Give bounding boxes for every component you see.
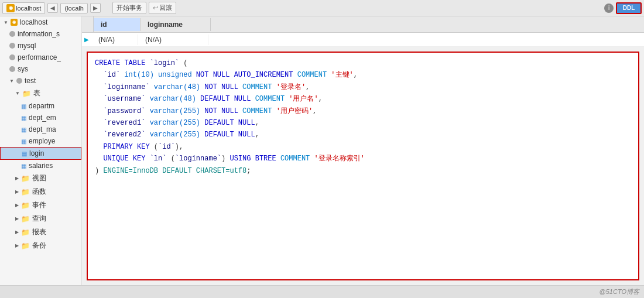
table-label: departm <box>29 102 54 110</box>
expand-icon: ▶ <box>15 216 19 221</box>
sql-line-8: PRIMARY KEY (`id`), <box>95 141 631 153</box>
folder-label: 函数 <box>32 187 46 197</box>
sidebar-item-reports-folder[interactable]: ▶ 📁 报表 <box>0 225 81 239</box>
nav-left-btn[interactable]: ◀ <box>47 3 58 13</box>
table-label: dept_ma <box>29 125 56 133</box>
db-label: information_s <box>18 30 60 38</box>
db-label: sys <box>18 65 28 73</box>
sidebar-item-mysql[interactable]: mysql <box>0 40 81 52</box>
begin-transaction-btn[interactable]: 开始事务 <box>112 2 146 14</box>
bottom-bar: @51CTO博客 <box>0 285 644 298</box>
table-label: login <box>29 149 44 157</box>
expand-icon: ▶ <box>15 203 19 208</box>
expand-icon: ▶ <box>15 176 19 181</box>
main-content: ▼ ◉ localhost information_s mysql perfor… <box>0 16 644 285</box>
folder-icon: 📁 <box>21 215 30 223</box>
db-icon <box>9 43 15 49</box>
row-indicator: ▶ <box>82 36 91 43</box>
db-icon <box>9 66 15 72</box>
folder-label: 表 <box>33 88 40 98</box>
sql-line-10: ) ENGINE=InnoDB DEFAULT CHARSET=utf8; <box>95 165 631 177</box>
folder-label: 事件 <box>32 200 46 210</box>
cell-loginname[interactable]: (N/A) <box>138 35 208 45</box>
sidebar-item-employe[interactable]: ▦ employe <box>0 135 81 147</box>
ddl-indicator: DDL <box>616 2 642 14</box>
sql-line-1: CREATE TABLE `login` ( <box>95 57 631 69</box>
sidebar-item-localhost[interactable]: ▼ ◉ localhost <box>0 16 81 28</box>
nav-right-btn[interactable]: ▶ <box>90 3 101 13</box>
sidebar-item-test[interactable]: ▼ test <box>0 75 81 87</box>
folder-icon: 📁 <box>21 174 30 183</box>
expand-icon: ▶ <box>15 189 19 194</box>
folder-label: 备份 <box>32 241 46 251</box>
sql-line-2: `id` int(10) unsigned NOT NULL AUTO_INCR… <box>95 69 631 81</box>
table-label: salaries <box>29 162 53 170</box>
db-icon <box>9 31 15 37</box>
folder-icon: 📁 <box>21 242 30 250</box>
info-icon[interactable]: i <box>604 4 614 13</box>
db-label: mysql <box>18 42 36 50</box>
expand-icon: ▼ <box>4 20 8 25</box>
table-label: dept_em <box>29 114 56 122</box>
col-header-loginname: loginname <box>141 18 211 31</box>
folder-label: 报表 <box>32 227 46 237</box>
table-row: ▶ (N/A) (N/A) <box>82 33 644 47</box>
sql-line-5: `password` varchar(255) NOT NULL COMMENT… <box>95 105 631 117</box>
sidebar-item-functions-folder[interactable]: ▶ 📁 函数 <box>0 185 81 198</box>
expand-icon: ▶ <box>15 243 19 248</box>
column-headers: id loginname <box>82 16 644 33</box>
sidebar-item-events-folder[interactable]: ▶ 📁 事件 <box>0 198 81 212</box>
folder-icon: 📁 <box>21 201 30 210</box>
tab-label: (localh <box>64 5 83 12</box>
table-icon: ▦ <box>21 163 26 169</box>
folder-label: 查询 <box>32 214 46 224</box>
table-icon: ▦ <box>21 138 26 145</box>
table-icon: ▦ <box>21 115 26 121</box>
table-icon: ▦ <box>22 150 27 157</box>
db-icon <box>9 54 15 60</box>
folder-icon: 📁 <box>21 228 30 237</box>
sidebar-item-sys[interactable]: sys <box>0 63 81 75</box>
top-bar: ◉ localhost ◀ (localh ▶ 开始事务 ↩ 回滚 i DDL <box>0 0 644 16</box>
sidebar-item-dept-ma[interactable]: ▦ dept_ma <box>0 124 81 135</box>
folder-icon: 📁 <box>21 188 30 196</box>
sql-code-area[interactable]: CREATE TABLE `login` ( `id` int(10) unsi… <box>87 52 639 280</box>
table-icon: ▦ <box>21 103 26 109</box>
sql-line-4: `username` varchar(48) DEFAULT NULL COMM… <box>95 93 631 105</box>
connection-tab[interactable]: (localh <box>60 3 87 13</box>
col-header-id: id <box>94 18 141 31</box>
sidebar-item-views-folder[interactable]: ▶ 📁 视图 <box>0 172 81 185</box>
localhost-icon: ◉ <box>6 4 15 12</box>
expand-icon: ▼ <box>9 78 14 84</box>
sidebar-item-salaries[interactable]: ▦ salaries <box>0 160 81 172</box>
folder-icon: 📁 <box>22 90 31 98</box>
sidebar-item-tables-folder[interactable]: ▼ 📁 表 <box>0 87 81 100</box>
sql-line-6: `revered1` varchar(255) DEFAULT NULL, <box>95 117 631 129</box>
sidebar-item-performance[interactable]: performance_ <box>0 52 81 63</box>
host-label: localhost <box>20 18 47 26</box>
db-label: test <box>25 77 36 85</box>
sidebar-item-login[interactable]: ▦ login <box>0 147 81 160</box>
sidebar-item-backup-folder[interactable]: ▶ 📁 备份 <box>0 239 81 252</box>
localhost-tab[interactable]: ◉ localhost <box>2 2 45 14</box>
begin-transaction-label: 开始事务 <box>117 4 142 12</box>
sidebar-item-departm[interactable]: ▦ departm <box>0 100 81 112</box>
sidebar-item-queries-folder[interactable]: ▶ 📁 查询 <box>0 212 81 225</box>
right-panel: id loginname ▶ (N/A) (N/A) CREATE TABLE … <box>82 16 644 285</box>
host-icon: ◉ <box>11 19 18 26</box>
expand-icon: ▼ <box>15 91 20 96</box>
watermark: @51CTO博客 <box>600 287 639 296</box>
db-label: performance_ <box>18 53 61 61</box>
expand-icon: ▶ <box>15 230 19 235</box>
cell-id[interactable]: (N/A) <box>91 35 138 45</box>
sql-line-7: `revered2` varchar(255) DEFAULT NULL, <box>95 129 631 141</box>
sidebar-item-dept-em[interactable]: ▦ dept_em <box>0 112 81 124</box>
table-label: employe <box>29 137 55 145</box>
right-indicator: i DDL <box>604 2 642 14</box>
sidebar-item-information_s[interactable]: information_s <box>0 28 81 40</box>
sql-line-9: UNIQUE KEY `ln` (`loginname`) USING BTRE… <box>95 153 631 165</box>
rollback-label: 回滚 <box>159 4 172 12</box>
sidebar: ▼ ◉ localhost information_s mysql perfor… <box>0 16 82 285</box>
rollback-btn[interactable]: ↩ 回滚 <box>149 2 176 14</box>
table-icon: ▦ <box>21 126 26 133</box>
